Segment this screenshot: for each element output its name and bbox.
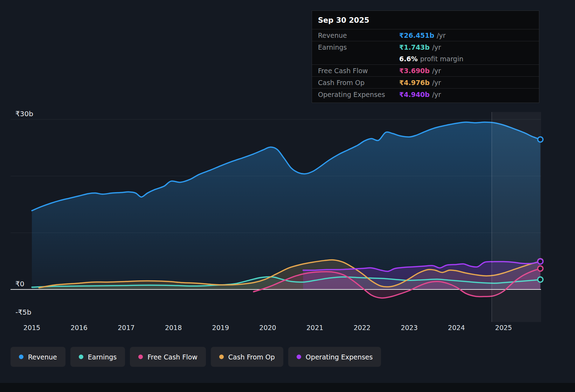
- legend-item-cash-from-op[interactable]: Cash From Op: [211, 347, 283, 367]
- legend-item-revenue[interactable]: Revenue: [11, 347, 65, 367]
- legend-item-label: Operating Expenses: [306, 353, 373, 361]
- series-areas: [32, 122, 540, 298]
- tooltip-row-suffix: /yr: [432, 79, 441, 86]
- legend: RevenueEarningsFree Cash FlowCash From O…: [11, 347, 381, 367]
- tooltip-row-value: ₹4.940b: [399, 91, 430, 98]
- earnings-dot-icon: [79, 355, 83, 359]
- cash-from-op-dot-icon: [219, 355, 224, 359]
- operating-expenses-dot-icon: [297, 355, 301, 359]
- tooltip-row-label: Operating Expenses: [318, 91, 399, 98]
- x-axis-label-2021: 2021: [306, 324, 323, 331]
- tooltip-row-operating-expenses: Operating Expenses₹4.940b/yr: [312, 88, 539, 100]
- y-axis-label: -₹5b: [15, 308, 31, 316]
- tooltip-row-label: Free Cash Flow: [318, 67, 399, 75]
- tooltip-row-suffix: /yr: [432, 67, 441, 75]
- recent-period-band: [492, 112, 541, 322]
- revenue-dot-icon: [19, 355, 23, 359]
- x-axis-label-2017: 2017: [118, 324, 134, 331]
- legend-item-earnings[interactable]: Earnings: [70, 347, 125, 367]
- tooltip-row-suffix: profit margin: [420, 55, 464, 63]
- y-axis-label: ₹0: [15, 280, 24, 288]
- tooltip-row-earnings: Earnings₹1.743b/yr: [312, 41, 539, 53]
- tooltip-row-value: ₹4.976b: [399, 79, 430, 86]
- tooltip-date: Sep 30 2025: [312, 11, 539, 29]
- legend-item-operating-expenses[interactable]: Operating Expenses: [288, 347, 381, 367]
- tooltip-row-free-cash-flow: Free Cash Flow₹3.690b/yr: [312, 64, 539, 76]
- tooltip-row-suffix: /yr: [437, 31, 445, 39]
- tooltip-row-label: Revenue: [318, 31, 399, 39]
- legend-item-label: Earnings: [88, 353, 117, 361]
- legend-item-label: Revenue: [28, 353, 57, 361]
- tooltip-row-profit-margin: 6.6%profit margin: [312, 53, 539, 64]
- end-marker-revenue: [538, 137, 543, 142]
- tooltip-row-suffix: /yr: [432, 91, 441, 98]
- x-axis-label-2022: 2022: [354, 324, 370, 331]
- x-axis-label-2015: 2015: [23, 324, 40, 331]
- tooltip-row-label: Cash From Op: [318, 79, 399, 86]
- tooltip-row-value: ₹1.743b: [399, 43, 430, 51]
- y-axis-label: ₹30b: [15, 110, 33, 118]
- data-tooltip: Sep 30 2025 Revenue₹26.451b/yrEarnings₹1…: [312, 10, 539, 103]
- tooltip-row-value: 6.6%: [399, 55, 418, 63]
- x-axis-label-2019: 2019: [212, 324, 229, 331]
- end-marker-earnings: [538, 277, 543, 282]
- tooltip-rows: Revenue₹26.451b/yrEarnings₹1.743b/yr6.6%…: [312, 29, 539, 100]
- x-axis-label-2024: 2024: [448, 324, 465, 331]
- tooltip-row-cash-from-op: Cash From Op₹4.976b/yr: [312, 76, 539, 88]
- footer-strip: [0, 383, 575, 392]
- x-axis-label-2025: 2025: [495, 324, 512, 331]
- tooltip-row-revenue: Revenue₹26.451b/yr: [312, 29, 539, 41]
- tooltip-row-label: Earnings: [318, 43, 399, 51]
- end-marker-free-cash-flow: [538, 266, 543, 271]
- legend-item-label: Cash From Op: [228, 353, 275, 361]
- chart-panel: ₹30b₹0-₹5b 20152016201720182019202020212…: [0, 0, 575, 392]
- end-marker-operating-expenses: [538, 259, 543, 264]
- x-axis-label-2016: 2016: [71, 324, 88, 331]
- legend-item-label: Free Cash Flow: [147, 353, 198, 361]
- legend-item-free-cash-flow[interactable]: Free Cash Flow: [130, 347, 206, 367]
- free-cash-flow-dot-icon: [138, 355, 143, 359]
- x-axis-label-2020: 2020: [259, 324, 276, 331]
- tooltip-row-value: ₹26.451b: [399, 31, 434, 39]
- x-axis-label-2018: 2018: [165, 324, 182, 331]
- tooltip-row-suffix: /yr: [432, 43, 441, 51]
- x-axis-label-2023: 2023: [401, 324, 417, 331]
- tooltip-row-value: ₹3.690b: [399, 67, 430, 75]
